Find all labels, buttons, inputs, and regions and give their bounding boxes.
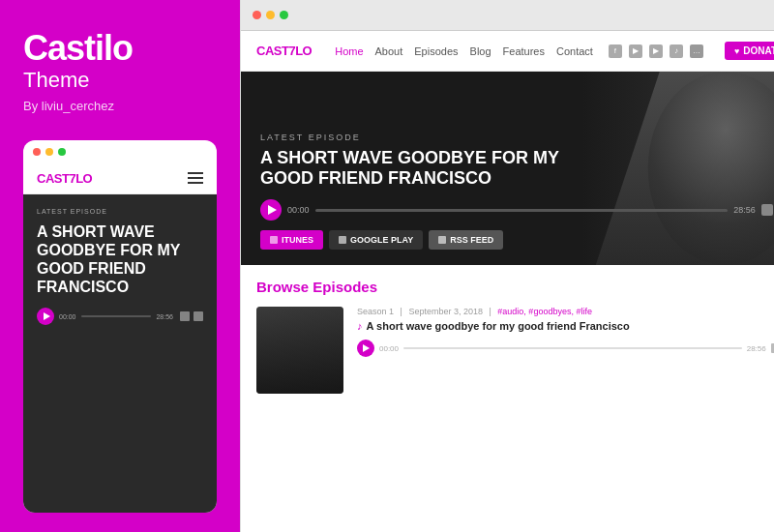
mini-time-end: 28:56 xyxy=(747,344,766,353)
mockup-time-start: 00:00 xyxy=(59,313,76,320)
mockup-time-end: 28:56 xyxy=(156,313,173,320)
hero-progress-bar[interactable] xyxy=(315,209,729,212)
hero-episode-label: LATEST EPISODE xyxy=(260,133,774,142)
browse-section: Browse Episodes Season 1 | September 3, … xyxy=(241,265,774,532)
mockup-player: 00:00 28:56 xyxy=(37,308,203,325)
google-play-button[interactable]: GOOGLE PLAY xyxy=(329,230,423,250)
itunes-button[interactable]: ITUNES xyxy=(260,230,323,250)
mockup-dot-red xyxy=(33,148,41,156)
rss-button[interactable]: RSS FEED xyxy=(429,230,503,250)
mini-time-start: 00:00 xyxy=(379,344,399,353)
mockup-volume-icon xyxy=(180,311,190,321)
browse-episode-title: ♪ A short wave goodbye for my good frien… xyxy=(357,320,774,332)
browser-dot-yellow xyxy=(266,11,275,19)
mockup-hero: LATEST EPISODE A SHORT WAVE GOODBYE FOR … xyxy=(23,194,217,513)
mockup-logo: CAST7LO xyxy=(37,171,92,186)
hero-buttons: ITUNES GOOGLE PLAY RSS FEED xyxy=(260,230,774,250)
nav-links: Home About Episodes Blog Features Contac… xyxy=(335,45,593,57)
hero-ctrl-icons xyxy=(761,204,774,216)
brand-author: By liviu_cerchez xyxy=(23,99,217,113)
hero-time-start: 00:00 xyxy=(287,205,310,215)
hero-player: 00:00 28:56 xyxy=(260,199,774,221)
brand-subtitle: Theme xyxy=(23,68,217,93)
nav-contact[interactable]: Contact xyxy=(556,45,593,57)
donate-icon: ♥ xyxy=(734,46,739,56)
mini-play-button[interactable] xyxy=(357,340,374,357)
facebook-icon[interactable]: f xyxy=(609,44,622,58)
browse-thumbnail xyxy=(256,307,343,394)
mockup-dot-green xyxy=(58,148,66,156)
nav-blog[interactable]: Blog xyxy=(470,45,491,57)
mockup-titlebar xyxy=(23,140,217,163)
mockup-episode-label: LATEST EPISODE xyxy=(37,208,203,215)
nav-social: f ▶ ▶ ♪ … xyxy=(609,44,703,58)
site-logo: CAST7LO xyxy=(256,44,312,58)
mockup-episode-title: A SHORT WAVE GOODBYE FOR MY GOOD FRIEND … xyxy=(37,222,203,297)
browse-heading: Browse Episodes xyxy=(256,279,774,295)
nav-episodes[interactable]: Episodes xyxy=(414,45,458,57)
google-play-icon xyxy=(339,236,346,244)
hero-time-end: 28:56 xyxy=(733,205,756,215)
mockup-progress-bar xyxy=(81,315,152,317)
youtube-icon[interactable]: ▶ xyxy=(649,44,663,58)
nav-features[interactable]: Features xyxy=(503,45,545,57)
podcast-icon[interactable]: ▶ xyxy=(629,44,642,58)
nav-home[interactable]: Home xyxy=(335,45,363,57)
rss-icon xyxy=(438,236,446,244)
hamburger-icon[interactable] xyxy=(188,172,203,184)
mockup-play-button[interactable] xyxy=(37,308,54,325)
right-panel: CAST7LO Home About Episodes Blog Feature… xyxy=(240,0,774,532)
browse-content: Season 1 | September 3, 2018 | #audio, #… xyxy=(256,307,774,394)
mobile-mockup: CAST7LO LATEST EPISODE A SHORT WAVE GOOD… xyxy=(23,140,217,513)
mockup-nav: CAST7LO xyxy=(23,163,217,194)
nav-about[interactable]: About xyxy=(375,45,403,57)
hero-section: LATEST EPISODE A SHORT WAVE GOODBYE FOR … xyxy=(241,72,774,265)
browser-chrome xyxy=(241,0,774,31)
left-panel: Castilo Theme By liviu_cerchez CAST7LO L… xyxy=(0,0,240,532)
site-nav: CAST7LO Home About Episodes Blog Feature… xyxy=(241,31,774,72)
hero-volume-icon[interactable] xyxy=(761,204,773,216)
spotify-icon[interactable]: ♪ xyxy=(670,44,683,58)
mini-progress-bar[interactable] xyxy=(403,347,742,349)
brand-title: Castilo xyxy=(23,29,217,68)
mockup-download-icon xyxy=(194,311,203,321)
mockup-dot-yellow xyxy=(45,148,53,156)
browser-dot-green xyxy=(280,11,288,19)
browse-info: Season 1 | September 3, 2018 | #audio, #… xyxy=(357,307,774,394)
browser-dot-red xyxy=(253,11,261,19)
hero-content: LATEST EPISODE A SHORT WAVE GOODBYE FOR … xyxy=(260,133,774,250)
hero-play-button[interactable] xyxy=(260,199,282,221)
thumb-overlay xyxy=(256,307,343,394)
more-icon[interactable]: … xyxy=(690,44,703,58)
apple-icon xyxy=(270,236,278,244)
donate-button[interactable]: ♥ DONATE xyxy=(725,42,774,60)
mockup-ctrl-icons xyxy=(180,311,203,321)
mini-player: 00:00 28:56 xyxy=(357,340,774,357)
hero-episode-title: A SHORT WAVE GOODBYE FOR MY GOOD FRIEND … xyxy=(260,148,570,190)
browse-meta: Season 1 | September 3, 2018 | #audio, #… xyxy=(357,307,774,316)
